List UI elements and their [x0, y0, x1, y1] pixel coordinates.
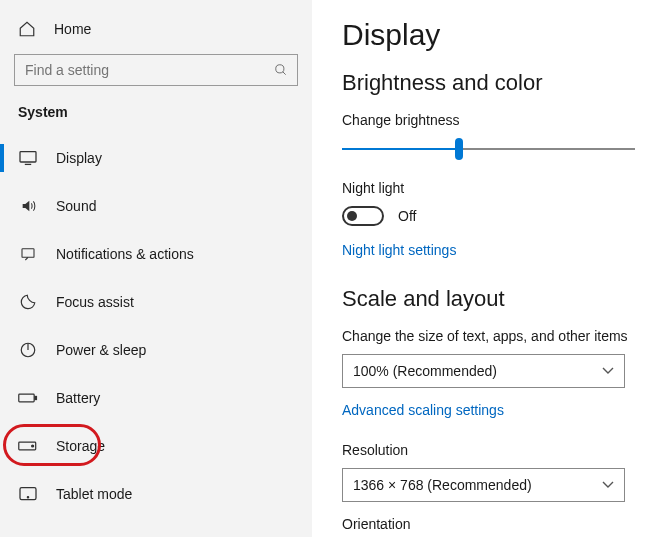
- sidebar-item-label: Power & sleep: [56, 342, 146, 358]
- night-light-label: Night light: [342, 180, 665, 196]
- main-panel: Display Brightness and color Change brig…: [312, 0, 665, 537]
- power-icon: [18, 341, 38, 359]
- search-field-wrap: [14, 54, 298, 86]
- sidebar-item-label: Storage: [56, 438, 105, 454]
- sound-icon: [18, 198, 38, 214]
- brightness-section-heading: Brightness and color: [342, 70, 665, 96]
- page-title: Display: [342, 18, 665, 52]
- resolution-label: Resolution: [342, 442, 665, 458]
- svg-point-10: [32, 445, 34, 447]
- sidebar-item-notifications[interactable]: Notifications & actions: [0, 230, 312, 278]
- toggle-knob: [347, 211, 357, 221]
- home-icon: [18, 20, 36, 38]
- sidebar-item-power-sleep[interactable]: Power & sleep: [0, 326, 312, 374]
- svg-rect-4: [22, 249, 34, 258]
- sidebar-item-label: Tablet mode: [56, 486, 132, 502]
- resolution-dropdown[interactable]: 1366 × 768 (Recommended): [342, 468, 625, 502]
- night-light-toggle[interactable]: [342, 206, 384, 226]
- focus-assist-icon: [18, 293, 38, 311]
- sidebar-nav: Display Sound Notifications & actions: [0, 134, 312, 518]
- battery-icon: [18, 391, 38, 405]
- brightness-slider[interactable]: [342, 138, 635, 160]
- sidebar-item-label: Notifications & actions: [56, 246, 194, 262]
- chevron-down-icon: [602, 367, 614, 375]
- notifications-icon: [18, 246, 38, 262]
- scale-value: 100% (Recommended): [353, 363, 497, 379]
- scale-dropdown[interactable]: 100% (Recommended): [342, 354, 625, 388]
- svg-rect-2: [20, 152, 36, 162]
- slider-fill: [342, 148, 459, 150]
- svg-point-0: [276, 65, 284, 73]
- sidebar-item-label: Display: [56, 150, 102, 166]
- night-light-state: Off: [398, 208, 416, 224]
- brightness-label: Change brightness: [342, 112, 665, 128]
- svg-line-1: [283, 72, 286, 75]
- sidebar-item-label: Sound: [56, 198, 96, 214]
- chevron-down-icon: [602, 481, 614, 489]
- sidebar-item-tablet-mode[interactable]: Tablet mode: [0, 470, 312, 518]
- sidebar: Home System Display: [0, 0, 312, 537]
- display-icon: [18, 150, 38, 166]
- scale-label: Change the size of text, apps, and other…: [342, 328, 665, 344]
- sidebar-item-label: Focus assist: [56, 294, 134, 310]
- home-label: Home: [54, 21, 91, 37]
- slider-thumb[interactable]: [455, 138, 463, 160]
- advanced-scaling-link[interactable]: Advanced scaling settings: [342, 402, 504, 418]
- orientation-label: Orientation: [342, 516, 665, 532]
- resolution-value: 1366 × 768 (Recommended): [353, 477, 532, 493]
- storage-icon: [18, 440, 38, 452]
- tablet-icon: [18, 486, 38, 502]
- night-light-settings-link[interactable]: Night light settings: [342, 242, 456, 258]
- sidebar-item-storage[interactable]: Storage: [0, 422, 312, 470]
- search-input[interactable]: [14, 54, 298, 86]
- sidebar-item-sound[interactable]: Sound: [0, 182, 312, 230]
- svg-rect-8: [35, 396, 37, 399]
- sidebar-section-title: System: [0, 104, 312, 134]
- search-icon: [274, 63, 288, 77]
- sidebar-item-label: Battery: [56, 390, 100, 406]
- home-link[interactable]: Home: [0, 14, 312, 50]
- sidebar-item-focus-assist[interactable]: Focus assist: [0, 278, 312, 326]
- sidebar-item-battery[interactable]: Battery: [0, 374, 312, 422]
- sidebar-item-display[interactable]: Display: [0, 134, 312, 182]
- svg-rect-7: [19, 394, 34, 402]
- scale-section-heading: Scale and layout: [342, 286, 665, 312]
- svg-point-12: [27, 497, 28, 498]
